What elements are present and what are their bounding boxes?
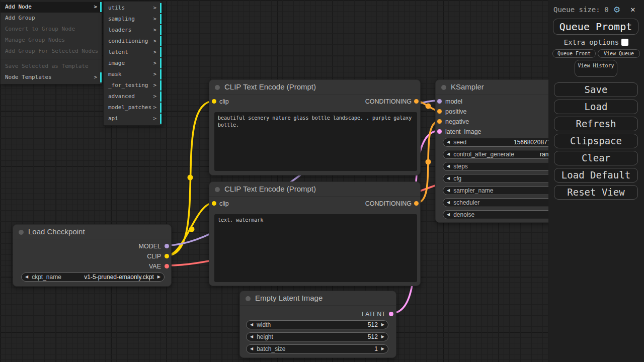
output-port-model[interactable]: [165, 244, 169, 248]
submenu-item-conditioning[interactable]: conditioning>: [104, 36, 162, 47]
node-title-bar[interactable]: Load Checkpoint: [13, 225, 171, 239]
settings-gear-icon[interactable]: ⚙: [614, 4, 620, 15]
submenu-item-advanced[interactable]: advanced>: [104, 91, 162, 102]
decrement-arrow-icon[interactable]: ◀: [443, 199, 453, 207]
menu-separator: [1, 57, 102, 59]
input-port-model[interactable]: [437, 99, 442, 104]
decrement-arrow-icon[interactable]: ◀: [443, 150, 453, 158]
input-port-latent-image[interactable]: [437, 129, 442, 134]
widget-batch-size[interactable]: ◀ batch_size 1 ▶: [246, 344, 388, 353]
node-title: Load Checkpoint: [28, 227, 85, 236]
output-port-vae[interactable]: [165, 264, 169, 268]
widget-width[interactable]: ◀ width 512 ▶: [246, 320, 388, 329]
submenu-item-latent[interactable]: latent>: [104, 47, 162, 58]
widget-value: v1-5-pruned-emaonly.ckpt: [84, 274, 154, 281]
increment-arrow-icon[interactable]: ▶: [378, 333, 388, 341]
decrement-arrow-icon[interactable]: ◀: [247, 345, 257, 353]
widget-height[interactable]: ◀ height 512 ▶: [246, 332, 388, 341]
link-dot: [426, 104, 431, 109]
decrement-arrow-icon[interactable]: ◀: [247, 333, 257, 341]
submenu-item-mask[interactable]: mask>: [104, 69, 162, 80]
node-load-checkpoint[interactable]: Load Checkpoint MODEL CLIP VAE ◀ ckpt_na…: [13, 224, 172, 287]
decrement-arrow-icon[interactable]: ◀: [443, 211, 453, 219]
node-title: CLIP Text Encode (Prompt): [224, 82, 316, 91]
output-port-conditioning[interactable]: [414, 99, 419, 104]
submenu-arrow-icon: >: [153, 58, 156, 69]
clear-button[interactable]: Clear: [554, 151, 638, 165]
submenu-accent: [100, 72, 102, 82]
close-icon[interactable]: ✕: [630, 5, 635, 14]
queue-prompt-button[interactable]: Queue Prompt: [553, 19, 638, 35]
input-port-negative[interactable]: [437, 119, 442, 124]
node-title-bar[interactable]: CLIP Text Encode (Prompt): [209, 80, 420, 95]
collapse-dot[interactable]: [441, 85, 446, 90]
menu-item-node-templates[interactable]: Node Templates >: [1, 72, 102, 83]
view-history-button[interactable]: View History: [575, 60, 617, 77]
node-title-bar[interactable]: Empty Latent Image: [240, 291, 396, 306]
output-port-conditioning[interactable]: [414, 201, 419, 206]
comfyui-canvas[interactable]: { "colors": { "clip": "#FFD500", "condit…: [0, 0, 644, 362]
widget-value: 512: [368, 321, 378, 328]
input-label: model: [445, 98, 462, 106]
prompt-textarea[interactable]: text, watermark: [214, 214, 417, 282]
menu-item-add-group[interactable]: Add Group: [1, 13, 102, 24]
collapse-dot[interactable]: [215, 85, 220, 90]
queue-size-value: 0: [604, 6, 608, 14]
submenu-item-sampling[interactable]: sampling>: [104, 14, 162, 25]
submenu-arrow-icon: >: [94, 72, 97, 83]
extra-options-checkbox[interactable]: [621, 39, 628, 46]
node-clip-text-encode-1[interactable]: CLIP Text Encode (Prompt) clip CONDITION…: [209, 79, 421, 175]
clipspace-button[interactable]: Clipspace: [554, 134, 638, 148]
submenu-item-model-patches[interactable]: model_patches>: [104, 102, 162, 113]
submenu-item-for-testing[interactable]: _for_testing>: [104, 80, 162, 91]
submenu-item-loaders[interactable]: loaders>: [104, 25, 162, 36]
input-label: positive: [445, 108, 466, 116]
save-button[interactable]: Save: [554, 82, 638, 97]
submenu-item-utils[interactable]: utils>: [104, 3, 162, 14]
input-port-clip[interactable]: [212, 201, 216, 206]
input-port-positive[interactable]: [437, 109, 442, 114]
menu-item-manage-group-nodes: Manage Group Nodes: [1, 35, 102, 46]
decrement-arrow-icon[interactable]: ◀: [443, 162, 453, 170]
reset-view-button[interactable]: Reset View: [554, 185, 638, 200]
decrement-arrow-icon[interactable]: ◀: [443, 138, 453, 146]
collapse-dot[interactable]: [246, 296, 251, 301]
collapse-dot[interactable]: [19, 230, 24, 235]
submenu-accent: [160, 69, 162, 79]
submenu-arrow-icon: >: [153, 91, 156, 102]
submenu-item-api[interactable]: api>: [104, 113, 162, 124]
submenu-item-image[interactable]: image>: [104, 58, 162, 69]
comfy-menu-panel: Queue size: 0 ⚙ ✕ Queue Prompt Extra opt…: [548, 0, 644, 362]
widget-value: 1: [374, 345, 378, 352]
output-label: MODEL: [139, 242, 161, 250]
queue-front-button[interactable]: Queue Front: [552, 49, 596, 58]
input-port-clip[interactable]: [212, 99, 216, 104]
node-empty-latent-image[interactable]: Empty Latent Image LATENT ◀ width 512 ▶ …: [239, 291, 396, 358]
increment-arrow-icon[interactable]: ▶: [378, 321, 388, 329]
node-title-bar[interactable]: CLIP Text Encode (Prompt): [209, 182, 420, 197]
decrement-arrow-icon[interactable]: ◀: [443, 187, 453, 195]
load-button[interactable]: Load: [554, 100, 638, 114]
widget-ckpt-name[interactable]: ◀ ckpt_name v1-5-pruned-emaonly.ckpt ▶: [21, 273, 165, 282]
prev-value-arrow-icon[interactable]: ◀: [22, 273, 32, 281]
submenu-accent: [160, 58, 162, 68]
widget-value: 512: [368, 333, 378, 340]
node-clip-text-encode-2[interactable]: CLIP Text Encode (Prompt) clip CONDITION…: [209, 182, 421, 286]
submenu-accent: [160, 25, 162, 35]
refresh-button[interactable]: Refresh: [554, 117, 638, 131]
input-label: negative: [445, 118, 469, 126]
submenu-accent: [160, 103, 162, 113]
decrement-arrow-icon[interactable]: ◀: [247, 321, 257, 329]
output-port-clip[interactable]: [165, 254, 169, 258]
decrement-arrow-icon[interactable]: ◀: [443, 174, 453, 183]
collapse-dot[interactable]: [215, 187, 220, 192]
view-queue-button[interactable]: View Queue: [598, 49, 640, 58]
submenu-accent: [160, 36, 162, 46]
prompt-textarea[interactable]: beautiful scenery nature glass bottle la…: [214, 112, 417, 171]
increment-arrow-icon[interactable]: ▶: [378, 345, 388, 353]
load-default-button[interactable]: Load Default: [554, 168, 638, 183]
next-value-arrow-icon[interactable]: ▶: [154, 273, 164, 281]
menu-item-add-node[interactable]: Add Node >: [1, 2, 102, 13]
output-port-latent[interactable]: [389, 312, 393, 316]
wire-clip-to-negative-prompt: [167, 203, 213, 255]
